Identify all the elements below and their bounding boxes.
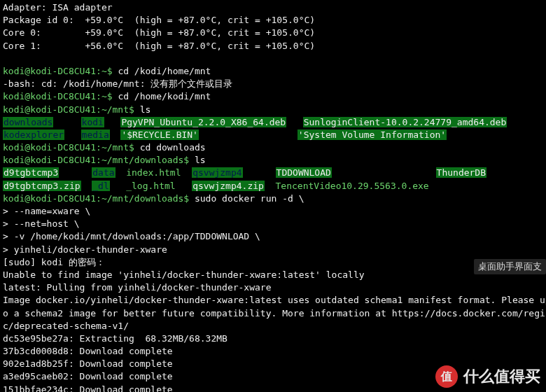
sudo-password[interactable]: [sudo] kodi 的密码： xyxy=(3,256,543,269)
docker-output: latest: Pulling from yinheli/docker-thun… xyxy=(3,281,543,294)
docker-layer: 37b3cd0008d8: Download complete xyxy=(3,345,543,358)
smzdm-text: 什么值得买 xyxy=(463,366,540,388)
blank-line xyxy=(3,52,543,65)
prompt-line[interactable]: kodi@kodi-DC8CU41:~/mnt$ cd downloads xyxy=(3,141,543,154)
docker-output: c/deprecated-schema-v1/ xyxy=(3,320,543,332)
smzdm-watermark: 值 什么值得买 xyxy=(435,365,540,388)
ls-output: d9tgbtcmp3.zip _dl _log.html qsvwjzmp4.z… xyxy=(3,180,543,192)
desktop-assistant-tooltip: 桌面助手界面支 xyxy=(474,259,546,274)
docker-arg: > --name=xware \ xyxy=(3,205,543,218)
docker-output: o a schema2 image for better future comp… xyxy=(3,307,543,320)
prompt-line[interactable]: kodi@kodi-DC8CU41:~/mnt/downloads$ ls xyxy=(3,154,543,167)
sensor-core1: Core 1: +56.0°C (high = +87.0°C, crit = … xyxy=(3,40,543,52)
docker-arg: > --net=host \ xyxy=(3,218,543,230)
ls-output: d9tgbtcmp3 data index.html qsvwjzmp4 TDD… xyxy=(3,167,543,179)
error-line: -bash: cd: /kodi/home/mnt: 没有那个文件或目录 xyxy=(3,78,543,90)
sensor-core0: Core 0: +59.0°C (high = +87.0°C, crit = … xyxy=(3,27,543,39)
docker-output: Unable to find image 'yinheli/docker-thu… xyxy=(3,269,543,281)
smzdm-badge-icon: 值 xyxy=(435,365,458,388)
ls-output: kodexplorer media '$RECYCLE.BIN' 'System… xyxy=(3,129,543,141)
ls-output: downloads kodi PgyVPN_Ubuntu_2.2.0_X86_6… xyxy=(3,116,543,129)
docker-arg: > yinheli/docker-thunder-xware xyxy=(3,244,543,256)
docker-extract: dc53e95be27a: Extracting 68.32MB/68.32MB xyxy=(3,332,543,345)
prompt-line[interactable]: kodi@kodi-DC8CU41:~$ cd /kodi/home/mnt xyxy=(3,65,543,78)
prompt-line[interactable]: kodi@kodi-DC8CU41:~$ cd /home/kodi/mnt xyxy=(3,90,543,103)
docker-output: Image docker.io/yinheli/docker-thunder-x… xyxy=(3,294,543,307)
sensor-adapter: Adapter: ISA adapter xyxy=(3,1,543,14)
docker-arg: > -v /home/kodi/mnt/downloads:/app/TDDOW… xyxy=(3,230,543,243)
prompt-line[interactable]: kodi@kodi-DC8CU41:~/mnt$ ls xyxy=(3,104,543,116)
prompt-line[interactable]: kodi@kodi-DC8CU41:~/mnt/downloads$ sudo … xyxy=(3,192,543,205)
sensor-package: Package id 0: +59.0°C (high = +87.0°C, c… xyxy=(3,14,543,27)
